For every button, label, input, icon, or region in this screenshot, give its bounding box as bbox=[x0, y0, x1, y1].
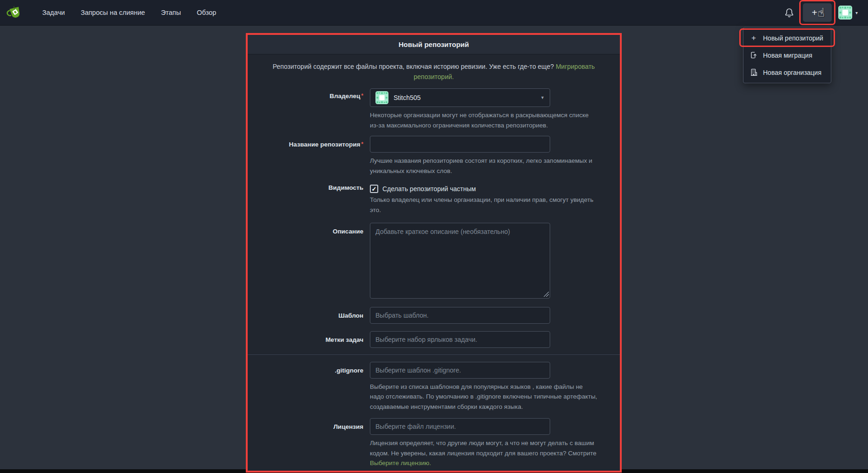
template-input[interactable] bbox=[370, 307, 550, 324]
chevron-down-icon: ▾ bbox=[855, 10, 858, 15]
menu-item-label: Новая организация bbox=[763, 69, 822, 76]
owner-selected-value: Stitch505 bbox=[394, 94, 421, 101]
repo-name-help-text: Лучшие названия репозиториев состоят из … bbox=[370, 156, 598, 176]
section-divider bbox=[248, 354, 620, 355]
plus-icon: + bbox=[812, 8, 817, 17]
chevron-down-icon: ▾ bbox=[821, 10, 823, 15]
form-intro: Репозиторий содержит все файлы проекта, … bbox=[271, 62, 597, 82]
form-header: Новый репозиторий bbox=[248, 35, 620, 54]
nav-item-explore[interactable]: Обзор bbox=[189, 0, 224, 26]
license-label: Лицензия bbox=[248, 418, 370, 468]
private-checkbox-label: Сделать репозиторий частным bbox=[382, 185, 476, 193]
bell-icon bbox=[784, 8, 794, 18]
menu-item-label: Новый репозиторий bbox=[763, 34, 823, 42]
gitea-logo[interactable] bbox=[7, 5, 24, 20]
repo-name-input[interactable] bbox=[370, 136, 550, 153]
page-title: Новый репозиторий bbox=[399, 40, 469, 48]
gitignore-label: .gitignore bbox=[248, 362, 370, 412]
license-help-text: Лицензия определяет, что другие люди мог… bbox=[370, 438, 598, 468]
check-icon: ✓ bbox=[372, 186, 377, 192]
nav-item-pull-requests[interactable]: Запросы на слияние bbox=[73, 0, 153, 26]
top-navbar: Задачи Запросы на слияние Этапы Обзор + … bbox=[0, 0, 868, 26]
description-label: Описание bbox=[248, 223, 370, 299]
organization-icon bbox=[750, 68, 758, 76]
menu-item-new-repository[interactable]: + Новый репозиторий bbox=[743, 29, 831, 47]
owner-label: Владелец* bbox=[248, 88, 370, 130]
menu-item-new-migration[interactable]: Новая миграция bbox=[743, 47, 831, 64]
owner-help-text: Некоторые организации могут не отображат… bbox=[370, 110, 598, 130]
create-new-button[interactable]: + ▾ bbox=[803, 3, 832, 22]
gitignore-help-text: Выберите из списка шаблонов для популярн… bbox=[370, 382, 598, 412]
required-asterisk: * bbox=[361, 93, 363, 99]
chevron-down-icon: ▼ bbox=[540, 95, 545, 100]
nav-item-milestones[interactable]: Этапы bbox=[153, 0, 189, 26]
owner-select[interactable]: Stitch505 ▼ bbox=[370, 88, 550, 107]
visibility-label: Видимость bbox=[248, 183, 370, 215]
gitignore-input[interactable] bbox=[370, 362, 550, 379]
plus-icon: + bbox=[750, 33, 758, 43]
choose-license-link[interactable]: Выберите лицензию. bbox=[370, 460, 431, 466]
issue-labels-label: Метки задач bbox=[248, 331, 370, 348]
visibility-help-text: Только владелец или члены организации, п… bbox=[370, 195, 598, 215]
license-input[interactable] bbox=[370, 418, 550, 435]
intro-text: Репозиторий содержит все файлы проекта, … bbox=[273, 63, 554, 70]
migrate-icon bbox=[750, 51, 758, 59]
required-asterisk: * bbox=[361, 141, 363, 147]
gitea-cup-icon bbox=[7, 6, 23, 20]
issue-labels-input[interactable] bbox=[370, 331, 550, 348]
menu-item-new-organization[interactable]: Новая организация bbox=[743, 64, 831, 81]
nav-item-issues[interactable]: Задачи bbox=[34, 0, 73, 26]
create-dropdown-menu: + Новый репозиторий Новая миграция Новая… bbox=[743, 27, 831, 83]
menu-item-label: Новая миграция bbox=[763, 52, 812, 59]
template-label: Шаблон bbox=[248, 307, 370, 324]
user-menu-button[interactable]: ▾ bbox=[838, 6, 858, 20]
user-avatar bbox=[838, 6, 852, 20]
repo-name-label: Название репозитория* bbox=[248, 136, 370, 176]
new-repository-form: Новый репозиторий Репозиторий содержит в… bbox=[248, 35, 620, 471]
notifications-button[interactable] bbox=[783, 6, 796, 20]
owner-avatar bbox=[375, 91, 388, 104]
description-textarea[interactable] bbox=[370, 223, 550, 299]
private-checkbox[interactable]: ✓ bbox=[370, 185, 378, 193]
